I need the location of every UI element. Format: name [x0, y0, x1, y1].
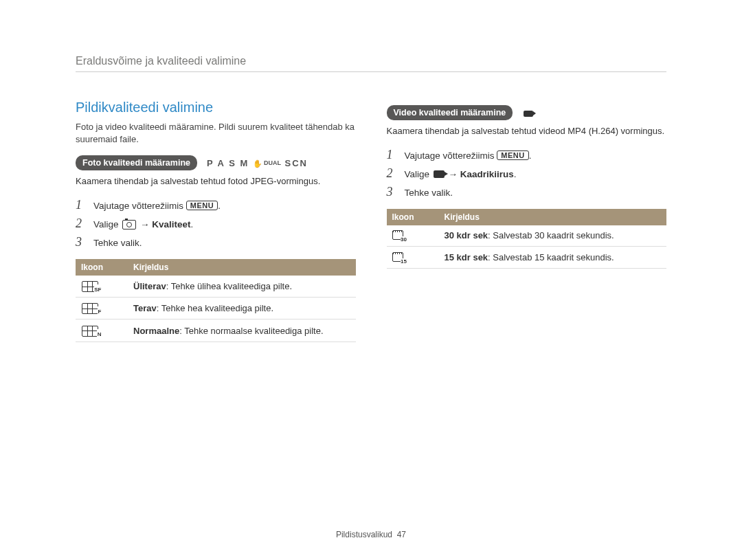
video-step-2: 2 Valige → Kaadrikiirus.	[387, 166, 667, 181]
step-number: 3	[387, 185, 398, 199]
fps-15-icon: 15	[392, 252, 406, 263]
step-number: 2	[76, 216, 87, 231]
row-bold: Normaalne	[133, 326, 179, 336]
video-framerate-table: Ikoon Kirjeldus 30 30 kdr sek: Salvestab…	[387, 209, 667, 269]
step-text: Tehke valik.	[405, 188, 453, 198]
page: Eraldusvõime ja kvaliteedi valimine Pild…	[0, 0, 742, 342]
mode-dual: DUAL	[264, 159, 281, 166]
table-row: 15 15 kdr sek: Salvestab 15 kaadrit seku…	[387, 247, 667, 269]
mode-s: S	[229, 158, 236, 168]
video-camera-icon	[524, 111, 533, 117]
step-text: Tehke valik.	[93, 238, 142, 248]
table-row: N Normaalne: Tehke normaalse kvaliteedig…	[76, 320, 356, 341]
th-icon: Ikoon	[387, 209, 439, 225]
step-text: Vajutage võtterežiimis	[93, 201, 186, 211]
step-text: Valige	[93, 219, 121, 229]
th-icon: Ikoon	[76, 259, 128, 276]
step-bold: → Kvaliteet	[140, 219, 191, 229]
mode-indicators: P A S M ✋DUAL SCN	[207, 158, 308, 168]
fps-30-icon: 30	[392, 230, 406, 241]
photo-steps: 1 Vajutage võtterežiimis MENU. 2 Valige …	[76, 198, 356, 249]
mode-p: P	[207, 158, 214, 168]
row-rest: : Tehke normaalse kvaliteediga pilte.	[179, 326, 323, 336]
left-column: Pildikvaliteedi valimine Foto ja video k…	[76, 100, 356, 342]
row-rest: : Tehke ülihea kvaliteediga pilte.	[166, 281, 292, 291]
menu-box: MENU	[186, 201, 218, 210]
page-footer: Pildistusvalikud 47	[0, 530, 742, 539]
section-title: Pildikvaliteedi valimine	[76, 100, 356, 115]
table-header-row: Ikoon Kirjeldus	[76, 259, 356, 276]
video-camera-icon	[434, 170, 445, 178]
row-rest: : Tehke hea kvaliteediga pilte.	[157, 303, 273, 313]
menu-box: MENU	[497, 150, 528, 160]
step-number: 1	[387, 148, 398, 162]
step-post: .	[514, 169, 517, 179]
step-text-post: .	[529, 150, 532, 161]
content-columns: Pildikvaliteedi valimine Foto ja video k…	[76, 100, 666, 342]
footer-page: 47	[397, 530, 406, 539]
video-step-3: 3 Tehke valik.	[387, 185, 667, 199]
video-body: Kaamera tihendab ja salvestab tehtud vid…	[387, 124, 667, 138]
row-bold: Üliterav	[133, 281, 166, 291]
step-number: 2	[387, 166, 398, 181]
row-rest: : Salvestab 30 kaadrit sekundis.	[488, 230, 614, 240]
video-subhead-row: Video kvaliteedi määramine	[387, 105, 667, 120]
superfine-icon: SF	[81, 280, 99, 292]
step-number: 3	[76, 235, 87, 249]
photo-body: Kaamera tihendab ja salvestab tehtud fot…	[76, 175, 356, 188]
row-bold: Terav	[133, 303, 157, 313]
mode-dual-icon: ✋	[253, 159, 264, 168]
th-desc: Kirjeldus	[128, 259, 356, 276]
step-bold: → Kaadrikiirus	[449, 169, 514, 179]
camera-icon	[122, 220, 136, 229]
table-header-row: Ikoon Kirjeldus	[387, 209, 667, 225]
table-row: F Terav: Tehke hea kvaliteediga pilte.	[76, 298, 356, 320]
video-quality-pill: Video kvaliteedi määramine	[387, 105, 513, 120]
video-steps: 1 Vajutage võtterežiimis MENU. 2 Valige …	[387, 148, 667, 199]
normal-icon: N	[81, 324, 99, 336]
row-bold: 30 kdr sek	[445, 230, 488, 240]
photo-step-3: 3 Tehke valik.	[76, 235, 356, 249]
th-desc: Kirjeldus	[439, 209, 667, 225]
fine-icon: F	[81, 302, 99, 314]
photo-quality-table: Ikoon Kirjeldus SF Üliterav: Tehke ülihe…	[76, 259, 356, 342]
footer-section: Pildistusvalikud	[336, 530, 392, 539]
mode-scn: SCN	[285, 158, 308, 168]
table-row: SF Üliterav: Tehke ülihea kvaliteediga p…	[76, 276, 356, 298]
photo-subhead-row: Foto kvaliteedi määramine P A S M ✋DUAL …	[76, 155, 356, 170]
page-header: Eraldusvõime ja kvaliteedi valimine	[76, 55, 666, 72]
step-number: 1	[76, 198, 87, 212]
video-mode-icon	[522, 108, 535, 118]
mode-a: A	[218, 158, 225, 168]
step-post: .	[191, 219, 194, 229]
photo-quality-pill: Foto kvaliteedi määramine	[76, 155, 197, 170]
photo-step-1: 1 Vajutage võtterežiimis MENU.	[76, 198, 356, 212]
step-text: Valige	[405, 169, 432, 179]
table-row: 30 30 kdr sek: Salvestab 30 kaadrit seku…	[387, 225, 667, 247]
row-rest: : Salvestab 15 kaadrit sekundis.	[488, 252, 614, 262]
right-column: Video kvaliteedi määramine Kaamera tihen…	[387, 100, 667, 342]
video-step-1: 1 Vajutage võtterežiimis MENU.	[387, 148, 667, 162]
mode-m: M	[240, 158, 249, 168]
step-text-post: .	[218, 201, 221, 211]
photo-step-2: 2 Valige → Kvaliteet.	[76, 216, 356, 231]
intro-text: Foto ja video kvaliteedi määramine. Pild…	[76, 121, 356, 146]
step-text: Vajutage võtterežiimis	[405, 150, 497, 161]
row-bold: 15 kdr sek	[445, 252, 488, 262]
